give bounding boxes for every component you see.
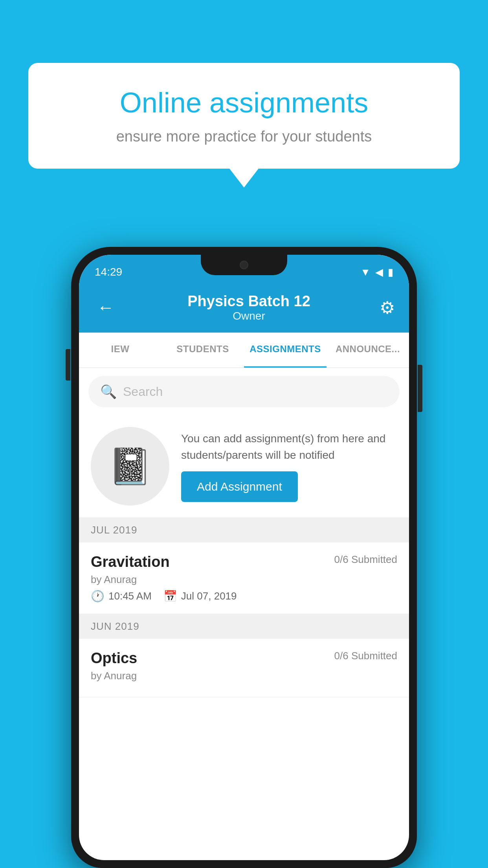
app-bar-subtitle: Owner xyxy=(118,310,380,322)
side-button-right xyxy=(418,365,422,412)
phone-notch xyxy=(201,255,287,275)
assignment-item-optics[interactable]: Optics 0/6 Submitted by Anurag xyxy=(79,639,409,697)
notebook-icon: 📓 xyxy=(108,446,152,487)
search-bar-wrapper: 🔍 Search xyxy=(79,368,409,415)
assignment-row-top-optics: Optics 0/6 Submitted xyxy=(91,650,397,667)
month-header-jul: JUL 2019 xyxy=(79,518,409,542)
assignment-by-optics: by Anurag xyxy=(91,670,397,682)
phone-frame: 14:29 ▼ ◀ ▮ ← Physics Batch 12 Owner ⚙ I… xyxy=(71,247,417,868)
speech-bubble: Online assignments ensure more practice … xyxy=(28,63,460,169)
search-placeholder: Search xyxy=(123,384,163,399)
tab-iew[interactable]: IEW xyxy=(79,333,161,368)
search-icon: 🔍 xyxy=(100,384,117,399)
camera xyxy=(240,261,248,269)
month-header-jun: JUN 2019 xyxy=(79,614,409,639)
status-time: 14:29 xyxy=(95,266,122,278)
info-text: You can add assignment(s) from here and … xyxy=(181,430,397,502)
assignment-time-gravitation: 10:45 AM xyxy=(108,590,152,602)
meta-time-gravitation: 🕐 10:45 AM xyxy=(91,590,152,603)
clock-icon: 🕐 xyxy=(91,590,105,603)
assignment-name-optics: Optics xyxy=(91,650,137,667)
speech-bubble-wrapper: Online assignments ensure more practice … xyxy=(28,63,460,169)
tab-students[interactable]: STUDENTS xyxy=(161,333,244,368)
assignment-meta-gravitation: 🕐 10:45 AM 📅 Jul 07, 2019 xyxy=(91,590,397,603)
speech-bubble-title: Online assignments xyxy=(60,86,428,119)
settings-button[interactable]: ⚙ xyxy=(380,298,395,318)
assignment-item-gravitation[interactable]: Gravitation 0/6 Submitted by Anurag 🕐 10… xyxy=(79,542,409,614)
submitted-count-gravitation: 0/6 Submitted xyxy=(334,554,397,566)
back-button[interactable]: ← xyxy=(93,294,118,321)
app-bar-center: Physics Batch 12 Owner xyxy=(118,293,380,322)
tab-assignments[interactable]: ASSIGNMENTS xyxy=(244,333,327,368)
side-button-left xyxy=(66,349,70,381)
info-description: You can add assignment(s) from here and … xyxy=(181,430,397,463)
speech-bubble-subtitle: ensure more practice for your students xyxy=(60,128,428,145)
wifi-icon: ▼ xyxy=(360,266,371,278)
tab-announcements[interactable]: ANNOUNCE... xyxy=(327,333,409,368)
battery-icon: ▮ xyxy=(388,266,393,278)
phone-screen: 14:29 ▼ ◀ ▮ ← Physics Batch 12 Owner ⚙ I… xyxy=(79,255,409,860)
calendar-icon: 📅 xyxy=(163,590,177,603)
assignment-row-top: Gravitation 0/6 Submitted xyxy=(91,554,397,570)
add-assignment-button[interactable]: Add Assignment xyxy=(181,471,298,502)
tabs-bar: IEW STUDENTS ASSIGNMENTS ANNOUNCE... xyxy=(79,333,409,368)
assignment-date-gravitation: Jul 07, 2019 xyxy=(181,590,237,602)
meta-date-gravitation: 📅 Jul 07, 2019 xyxy=(163,590,237,603)
search-bar[interactable]: 🔍 Search xyxy=(88,376,400,407)
app-bar-title: Physics Batch 12 xyxy=(118,293,380,310)
assignment-name-gravitation: Gravitation xyxy=(91,554,170,570)
signal-icon: ◀ xyxy=(375,266,383,278)
assignment-by-gravitation: by Anurag xyxy=(91,574,397,586)
assignment-illustration: 📓 xyxy=(91,427,169,506)
info-section: 📓 You can add assignment(s) from here an… xyxy=(79,415,409,518)
app-bar: ← Physics Batch 12 Owner ⚙ xyxy=(79,282,409,333)
status-icons: ▼ ◀ ▮ xyxy=(360,266,393,278)
submitted-count-optics: 0/6 Submitted xyxy=(334,650,397,662)
